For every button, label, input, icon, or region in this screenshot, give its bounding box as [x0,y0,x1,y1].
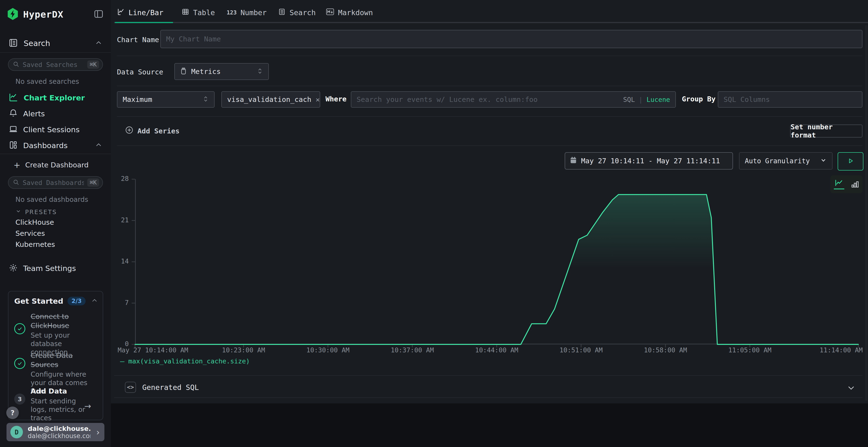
brand-title: HyperDX [23,9,63,20]
x-axis-labels: May 27 10:14:00 AM10:23:00 AM10:30:00 AM… [135,346,858,356]
chart-name-label: Chart Name [117,36,159,44]
row-divider [117,116,863,117]
user-menu[interactable]: D dale@clickhouse.com dale@clickhouse.co… [6,423,104,441]
plus-circle-icon [125,126,133,136]
scrollbar[interactable] [865,25,868,401]
x-tick-label: 10:23:00 AM [222,346,265,354]
chevron-down-icon [820,157,827,165]
play-icon [847,157,854,166]
timeseries-chart[interactable]: 07142128 [135,179,858,344]
sidebar-item-team-settings[interactable]: Team Settings [0,262,111,275]
user-subtext: dale@clickhouse.com's [28,432,90,440]
sql-mode-toggle[interactable]: SQL [623,96,635,103]
line-chart-icon [117,8,125,18]
x-tick-label: 10:44:00 AM [475,346,518,354]
aggregation-select[interactable]: Maximum [117,91,215,108]
main-content: Line/Bar Table 123 Number Search Markdow… [111,0,868,403]
sidebar-section-dashboards[interactable]: Dashboards [0,139,111,152]
chevron-right-icon: › [95,427,100,437]
help-button[interactable]: ? [6,407,19,419]
lucene-mode-toggle[interactable]: Lucene [646,96,670,103]
tab-number[interactable]: 123 Number [227,7,267,18]
date-range-input[interactable]: May 27 10:14:11 - May 27 11:14:11 [565,152,733,170]
page-background-lower [111,403,868,447]
granularity-select[interactable]: Auto Granularity [739,152,833,170]
sidebar-divider [0,52,111,53]
preset-clickhouse[interactable]: ClickHouse [16,218,54,227]
get-started-step-connect[interactable]: Connect to ClickHouse Set up your databa… [14,312,98,356]
no-saved-dashboards-text: No saved dashboards [16,196,88,204]
metric-field-tag[interactable]: visa_validation_cach ✕ [221,91,320,108]
where-label: Where [326,95,346,103]
y-tick-label: 7 [96,299,129,306]
chart-name-input[interactable]: My Chart Name [160,30,863,48]
group-by-label: Group By [682,95,716,103]
preset-services[interactable]: Services [16,229,45,238]
x-tick-label: May 27 10:14:00 AM [118,346,188,354]
preset-kubernetes[interactable]: Kubernetes [16,240,55,248]
row-divider [117,86,863,86]
add-series-button[interactable]: Add Series [125,126,180,136]
logo-row: HyperDX [7,7,104,22]
y-tick-label: 21 [96,216,129,224]
x-tick-label: 11:14:00 AM [819,346,863,354]
tab-line-bar[interactable]: Line/Bar [117,7,163,18]
series-line [135,195,858,344]
section-divider [114,375,863,376]
calendar-icon [570,157,577,166]
select-updown-icon [257,67,263,76]
generated-sql-header[interactable]: <> Generated SQL [125,381,199,393]
chart-line-icon [9,93,18,103]
sidebar-collapse-icon[interactable] [94,9,104,20]
bell-icon [9,109,18,119]
shortcut-badge: ⌘K [87,61,99,69]
get-started-step-add-data[interactable]: 3 Add Data Start sending logs, metrics, … [14,387,98,422]
chart-legend[interactable]: — max(visa_validation_cache.size) [120,357,250,365]
step-number-badge: 3 [14,393,25,405]
avatar: D [10,426,23,438]
chevron-up-icon [95,39,102,47]
sidebar-item-client-sessions[interactable]: Client Sessions [0,123,111,136]
chevron-down-icon[interactable] [847,383,856,393]
table-icon [182,8,189,18]
presets-toggle[interactable]: PRESETS [16,207,57,217]
get-started-header[interactable]: Get Started 2/3 [14,297,98,305]
row-divider [117,145,863,146]
y-tick-label: 28 [96,175,129,182]
x-tick-label: 10:30:00 AM [306,346,350,354]
saved-dashboards-input[interactable]: Saved Dashboards ⌘K [8,176,103,189]
create-dashboard-button[interactable]: + Create Dashboard [13,160,89,171]
tab-search[interactable]: Search [278,7,316,18]
data-source-select[interactable]: Metrics [174,63,269,80]
legend-series-name: max(visa_validation_cache.size) [128,357,250,365]
tab-markdown[interactable]: Markdown [326,7,373,18]
user-email: dale@clickhouse.com [28,425,90,432]
run-query-button[interactable] [838,152,863,171]
journal-icon [9,38,18,48]
close-icon[interactable]: ✕ [316,96,320,104]
database-icon [180,67,187,76]
tab-track [114,22,868,23]
search-icon [13,61,19,68]
sidebar-item-chart-explorer[interactable]: Chart Explorer [0,91,111,105]
progress-badge: 2/3 [67,297,85,305]
where-search-input[interactable]: Search your events w/ Lucene ex. column:… [351,91,676,108]
no-saved-searches-text: No saved searches [16,77,79,85]
tab-table[interactable]: Table [182,7,215,18]
sidebar-divider [0,153,111,154]
x-tick-label: 11:05:00 AM [728,346,772,354]
markdown-icon [326,8,334,17]
check-circle-icon [14,358,25,369]
chevron-up-icon [95,141,102,149]
sidebar: HyperDX Search Saved Searches ⌘K No save… [0,0,112,447]
saved-searches-input[interactable]: Saved Searches ⌘K [8,58,103,71]
dashboards-icon [9,140,18,150]
section-divider [114,398,863,398]
laptop-icon [9,125,18,135]
sidebar-item-alerts[interactable]: Alerts [0,107,111,121]
chevron-down-icon [16,208,21,215]
set-number-format-button[interactable]: Set number format [790,125,863,138]
group-by-input[interactable]: SQL Columns [718,91,863,108]
sidebar-section-search[interactable]: Search [0,36,111,50]
hyperdx-app: HyperDX Search Saved Searches ⌘K No save… [0,0,868,447]
